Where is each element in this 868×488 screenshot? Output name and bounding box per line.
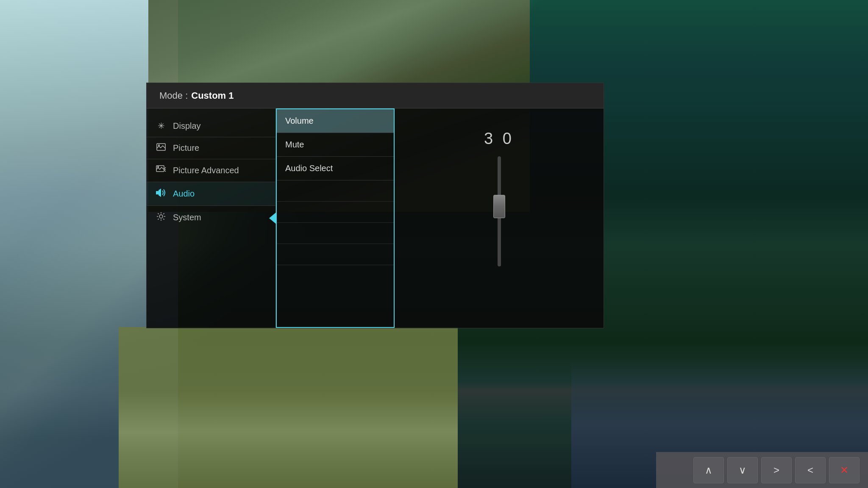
- submenu-row-6: [277, 223, 394, 244]
- bg-field: [119, 327, 458, 488]
- nav-label-picture-advanced: Picture Advanced: [173, 166, 239, 175]
- svg-point-1: [158, 144, 160, 146]
- nav-label-display: Display: [173, 121, 201, 131]
- svg-rect-4: [156, 191, 159, 194]
- audio-icon: [155, 188, 167, 200]
- slider-track: [498, 156, 501, 266]
- up-icon: ∧: [705, 464, 712, 476]
- submenu-row-7: [277, 244, 394, 265]
- submenu-panel: Volume Mute Audio Select: [276, 108, 395, 328]
- system-icon: [155, 212, 167, 223]
- nav-btn-left[interactable]: <: [795, 457, 826, 483]
- osd-body: ✳ Display Picture: [147, 108, 604, 328]
- nav-item-picture-advanced[interactable]: Picture Advanced: [147, 159, 275, 182]
- osd-menu: Mode : Custom 1 ✳ Display Picture: [146, 83, 604, 328]
- mode-label: Mode :: [159, 90, 188, 101]
- nav-btn-up[interactable]: ∧: [693, 457, 724, 483]
- down-icon: ∨: [739, 464, 746, 476]
- nav-label-picture: Picture: [173, 143, 199, 153]
- svg-point-5: [159, 215, 163, 218]
- nav-item-display[interactable]: ✳ Display: [147, 115, 275, 137]
- bottom-nav-bar: ∧ ∨ > < ✕: [656, 452, 868, 488]
- submenu-row-4: [277, 180, 394, 202]
- osd-header: Mode : Custom 1: [147, 83, 604, 108]
- submenu-item-volume[interactable]: Volume: [277, 109, 394, 133]
- volume-value: 3 0: [484, 130, 514, 148]
- display-icon: ✳: [155, 121, 167, 131]
- submenu-empty: [277, 265, 394, 327]
- picture-icon: [155, 143, 167, 153]
- nav-item-audio[interactable]: Audio: [147, 182, 275, 206]
- svg-point-3: [157, 166, 159, 168]
- nav-item-picture[interactable]: Picture: [147, 137, 275, 159]
- nav-btn-close[interactable]: ✕: [829, 457, 860, 483]
- nav-label-audio: Audio: [173, 189, 195, 199]
- submenu-item-mute[interactable]: Mute: [277, 133, 394, 157]
- nav-btn-down[interactable]: ∨: [727, 457, 758, 483]
- nav-label-system: System: [173, 213, 201, 222]
- nav-btn-right[interactable]: >: [761, 457, 792, 483]
- nav-panel: ✳ Display Picture: [147, 108, 276, 328]
- left-icon: <: [807, 464, 813, 476]
- volume-slider[interactable]: [493, 156, 506, 266]
- mode-value: Custom 1: [191, 90, 234, 101]
- close-icon: ✕: [840, 464, 849, 476]
- submenu-row-5: [277, 202, 394, 223]
- submenu-arrow: [269, 212, 277, 225]
- picture-advanced-icon: [155, 165, 167, 176]
- submenu-item-audio-select[interactable]: Audio Select: [277, 157, 394, 180]
- value-panel: 3 0: [395, 108, 604, 328]
- right-icon: >: [773, 464, 779, 476]
- slider-thumb: [493, 195, 505, 218]
- nav-item-system[interactable]: System: [147, 206, 275, 229]
